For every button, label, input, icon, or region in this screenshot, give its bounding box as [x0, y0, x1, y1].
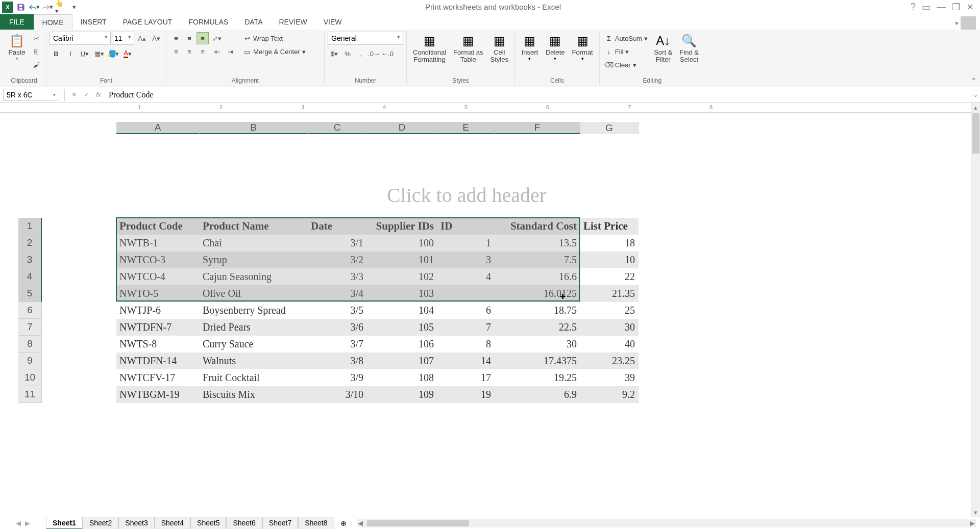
underline-button[interactable]: U▾ [79, 47, 91, 60]
table-cell[interactable]: 1 [437, 235, 495, 251]
collapse-ribbon-icon[interactable]: ⌃ [971, 77, 977, 85]
table-cell[interactable]: 7.5 [495, 251, 580, 268]
save-icon[interactable] [15, 2, 27, 13]
table-cell[interactable]: Curry Sauce [200, 336, 308, 352]
expand-formula-bar-icon[interactable]: ⌄ [971, 89, 980, 101]
page-header-placeholder[interactable]: Click to add header [116, 152, 817, 217]
enter-formula-icon[interactable]: ✓ [80, 89, 92, 101]
table-cell[interactable]: 6 [437, 302, 495, 319]
table-cell[interactable]: 3/10 [308, 386, 367, 403]
sheet-nav-next-icon[interactable]: ▶ [25, 519, 30, 527]
table-row[interactable]: NWTDFN-14Walnuts3/81071417.437523.25 [116, 352, 639, 369]
table-header-cell[interactable]: Supplier IDs [367, 218, 437, 235]
decrease-indent-icon[interactable]: ⇤ [211, 45, 223, 58]
row-header[interactable]: 8 [18, 336, 42, 352]
row-header[interactable]: 2 [18, 235, 42, 251]
table-cell[interactable]: 19.25 [495, 369, 580, 386]
tab-insert[interactable]: INSERT [72, 14, 115, 30]
cancel-formula-icon[interactable]: ✕ [68, 89, 80, 101]
table-cell[interactable]: NWTCO-4 [116, 268, 200, 285]
table-cell[interactable]: 18.75 [495, 302, 580, 319]
sort-filter-button[interactable]: A↓Sort & Filter [651, 32, 675, 65]
table-cell[interactable]: 22 [580, 268, 639, 285]
row-header[interactable]: 10 [18, 369, 42, 386]
ribbon-dropdown-icon[interactable]: ▾ [955, 19, 959, 27]
table-cell[interactable]: NWTJP-6 [116, 302, 200, 319]
column-header[interactable]: C [308, 122, 367, 134]
table-row[interactable]: NWTS-8Curry Sauce3/710683040 [116, 336, 639, 352]
table-cell[interactable]: NWTO-5 [116, 285, 200, 302]
percent-icon[interactable]: % [341, 47, 354, 60]
decrease-font-icon[interactable]: A▾ [150, 32, 162, 44]
increase-indent-icon[interactable]: ⇥ [224, 45, 236, 58]
tab-data[interactable]: DATA [236, 14, 271, 30]
table-cell[interactable]: 25 [580, 302, 639, 319]
table-cell[interactable]: Dried Pears [200, 319, 308, 336]
table-cell[interactable]: Syrup [200, 251, 308, 268]
table-cell[interactable]: 6.9 [495, 386, 580, 403]
table-cell[interactable]: 21.35 [580, 285, 639, 302]
table-cell[interactable]: 104 [367, 302, 437, 319]
align-right-icon[interactable]: ≡ [197, 45, 209, 58]
table-row[interactable]: NWTCO-4Cajun Seasoning3/3102416.622 [116, 268, 639, 285]
bold-button[interactable]: B [50, 47, 62, 60]
row-header[interactable]: 7 [18, 319, 42, 336]
tab-formulas[interactable]: FORMULAS [180, 14, 236, 30]
table-cell[interactable]: 40 [580, 336, 639, 352]
comma-icon[interactable]: , [355, 47, 367, 60]
table-header-cell[interactable]: List Price [580, 218, 639, 235]
tab-page-layout[interactable]: PAGE LAYOUT [115, 14, 181, 30]
table-cell[interactable]: 8 [437, 336, 495, 352]
table-cell[interactable]: 106 [367, 336, 437, 352]
table-cell[interactable]: 3/7 [308, 336, 367, 352]
table-row[interactable]: NWTDFN-7Dried Pears3/6105722.530 [116, 319, 639, 336]
orientation-icon[interactable]: ⤢▾ [211, 32, 223, 44]
table-row[interactable]: NWTBGM-19Biscuits Mix3/10109196.99.2 [116, 386, 639, 403]
horizontal-scrollbar[interactable]: ◀ ▶ [357, 519, 976, 527]
table-cell[interactable]: Olive Oil [200, 285, 308, 302]
table-cell[interactable]: 109 [367, 386, 437, 403]
row-header[interactable]: 9 [18, 352, 42, 369]
fill-color-icon[interactable]: 🪣▾ [107, 47, 119, 60]
page-layout-view[interactable]: 12345678 ABCDEFG 1234567891011 Click to … [0, 103, 980, 517]
merge-center-button[interactable]: ▭Merge & Center▾ [241, 45, 308, 58]
sheet-tab[interactable]: Sheet1 [46, 517, 83, 530]
table-cell[interactable]: 105 [367, 319, 437, 336]
clear-button[interactable]: ⌫Clear▾ [603, 58, 650, 71]
table-cell[interactable]: 16.6 [495, 268, 580, 285]
row-header[interactable]: 1 [18, 218, 42, 235]
table-cell[interactable]: 102 [367, 268, 437, 285]
table-header-cell[interactable]: Product Name [200, 218, 308, 235]
table-cell[interactable] [437, 285, 495, 302]
table-cell[interactable]: 3/6 [308, 319, 367, 336]
column-header[interactable]: E [437, 122, 495, 134]
row-header[interactable]: 5 [18, 285, 42, 302]
insert-function-icon[interactable]: fx [92, 89, 105, 101]
sheet-tab[interactable]: Sheet6 [226, 517, 262, 530]
paste-button[interactable]: 📋 Paste ▾ [5, 32, 29, 62]
table-cell[interactable]: 18 [580, 235, 639, 251]
currency-icon[interactable]: $▾ [328, 47, 340, 60]
conditional-formatting-button[interactable]: ▦Conditional Formatting [410, 32, 449, 65]
tab-review[interactable]: REVIEW [271, 14, 315, 30]
format-painter-icon[interactable]: 🖌 [30, 59, 42, 71]
table-row[interactable]: Product CodeProduct NameDateSupplier IDs… [116, 218, 639, 235]
sheet-tab[interactable]: Sheet4 [155, 517, 190, 530]
table-cell[interactable]: NWTBGM-19 [116, 386, 200, 403]
number-format-select[interactable] [328, 32, 403, 45]
table-header-cell[interactable]: Date [308, 218, 367, 235]
increase-font-icon[interactable]: A▴ [136, 32, 148, 44]
table-header-cell[interactable]: Product Code [116, 218, 200, 235]
italic-button[interactable]: I [64, 47, 77, 60]
row-headers[interactable]: 1234567891011 [18, 218, 42, 403]
table-cell[interactable]: 9.2 [580, 386, 639, 403]
vertical-ruler[interactable] [5, 143, 11, 517]
table-row[interactable]: NWTJP-6Boysenberry Spread3/5104618.7525 [116, 302, 639, 319]
format-button[interactable]: ▦Format▾ [569, 32, 596, 62]
table-cell[interactable]: 23.25 [580, 352, 639, 369]
add-sheet-button[interactable]: ⊕ [334, 518, 353, 529]
table-cell[interactable]: 10 [580, 251, 639, 268]
sheet-tab[interactable]: Sheet8 [298, 517, 334, 530]
table-cell[interactable]: 22.5 [495, 319, 580, 336]
table-cell[interactable]: 108 [367, 369, 437, 386]
